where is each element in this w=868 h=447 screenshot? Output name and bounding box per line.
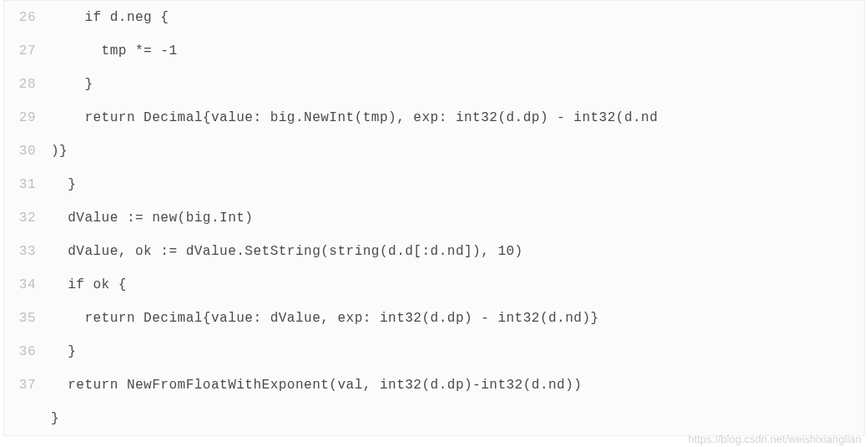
line-number: 34: [4, 268, 51, 302]
line-number: 32: [4, 201, 51, 235]
code-text: )}: [51, 135, 68, 168]
code-text: }: [51, 68, 93, 101]
code-text: }: [51, 168, 76, 201]
code-line: 37 return NewFromFloatWithExponent(val, …: [4, 368, 864, 402]
code-text: return NewFromFloatWithExponent(val, int…: [51, 368, 582, 402]
line-number: 28: [4, 68, 51, 101]
code-text: dValue, ok := dValue.SetString(string(d.…: [51, 235, 523, 268]
code-line: 26 if d.neg {: [4, 1, 864, 34]
line-number: 31: [4, 168, 51, 201]
code-line: }: [4, 402, 864, 435]
line-number: 26: [4, 1, 51, 34]
watermark-text: https://blog.csdn.net/weishixianglian: [689, 433, 861, 445]
line-number: 33: [4, 235, 51, 268]
code-line: 29 return Decimal{value: big.NewInt(tmp)…: [4, 101, 864, 135]
code-line: 30 )}: [4, 135, 864, 168]
code-line: 35 return Decimal{value: dValue, exp: in…: [4, 302, 864, 335]
line-number: 27: [4, 34, 51, 68]
code-text: return Decimal{value: dValue, exp: int32…: [51, 302, 599, 335]
code-text: }: [51, 402, 59, 435]
code-line: 34 if ok {: [4, 268, 864, 302]
code-text: dValue := new(big.Int): [51, 201, 253, 235]
code-line: 33 dValue, ok := dValue.SetString(string…: [4, 235, 864, 268]
code-line: 36 }: [4, 335, 864, 368]
line-number: 37: [4, 368, 51, 402]
code-text: return Decimal{value: big.NewInt(tmp), e…: [51, 101, 658, 135]
code-text: tmp *= -1: [51, 34, 178, 68]
code-line: 28 }: [4, 68, 864, 101]
code-text: if d.neg {: [51, 1, 169, 34]
code-line: 27 tmp *= -1: [4, 34, 864, 68]
code-line: 32 dValue := new(big.Int): [4, 201, 864, 235]
line-number: 29: [4, 101, 51, 135]
code-line: 31 }: [4, 168, 864, 201]
line-number: 30: [4, 135, 51, 168]
code-text: }: [51, 335, 76, 368]
code-text: if ok {: [51, 268, 127, 302]
line-number: 35: [4, 302, 51, 335]
code-block: 26 if d.neg { 27 tmp *= -1 28 } 29 retur…: [3, 0, 865, 436]
line-number: 36: [4, 335, 51, 368]
